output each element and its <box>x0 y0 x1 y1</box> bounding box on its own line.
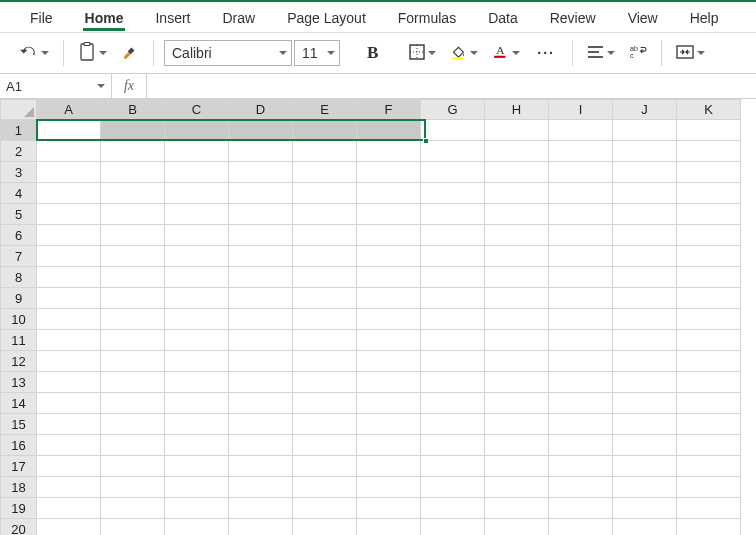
cell-F8[interactable] <box>357 267 421 288</box>
cell-F2[interactable] <box>357 141 421 162</box>
cell-J12[interactable] <box>613 351 677 372</box>
cell-J18[interactable] <box>613 477 677 498</box>
cell-K18[interactable] <box>677 477 741 498</box>
cell-G5[interactable] <box>421 204 485 225</box>
cell-B5[interactable] <box>101 204 165 225</box>
cell-I5[interactable] <box>549 204 613 225</box>
cell-E18[interactable] <box>293 477 357 498</box>
row-header-17[interactable]: 17 <box>1 456 37 477</box>
cell-H19[interactable] <box>485 498 549 519</box>
cell-B12[interactable] <box>101 351 165 372</box>
row-header-6[interactable]: 6 <box>1 225 37 246</box>
cell-F7[interactable] <box>357 246 421 267</box>
cell-F14[interactable] <box>357 393 421 414</box>
tab-data[interactable]: Data <box>472 4 534 30</box>
cell-C10[interactable] <box>165 309 229 330</box>
row-header-11[interactable]: 11 <box>1 330 37 351</box>
cell-F5[interactable] <box>357 204 421 225</box>
cell-E6[interactable] <box>293 225 357 246</box>
cell-B14[interactable] <box>101 393 165 414</box>
column-header-G[interactable]: G <box>421 100 485 120</box>
cell-I14[interactable] <box>549 393 613 414</box>
cell-G16[interactable] <box>421 435 485 456</box>
cell-J15[interactable] <box>613 414 677 435</box>
select-all-corner[interactable] <box>1 100 37 120</box>
name-box[interactable]: A1 <box>0 74 112 98</box>
cell-A18[interactable] <box>37 477 101 498</box>
cell-H3[interactable] <box>485 162 549 183</box>
column-header-B[interactable]: B <box>101 100 165 120</box>
cell-H15[interactable] <box>485 414 549 435</box>
alignment-button[interactable] <box>583 39 619 67</box>
row-header-7[interactable]: 7 <box>1 246 37 267</box>
cell-H16[interactable] <box>485 435 549 456</box>
cell-F1[interactable] <box>357 120 421 141</box>
row-header-13[interactable]: 13 <box>1 372 37 393</box>
row-header-3[interactable]: 3 <box>1 162 37 183</box>
cell-B10[interactable] <box>101 309 165 330</box>
cell-A6[interactable] <box>37 225 101 246</box>
cell-D10[interactable] <box>229 309 293 330</box>
cell-F19[interactable] <box>357 498 421 519</box>
cell-H2[interactable] <box>485 141 549 162</box>
cell-D7[interactable] <box>229 246 293 267</box>
cell-C4[interactable] <box>165 183 229 204</box>
cell-J11[interactable] <box>613 330 677 351</box>
cell-K2[interactable] <box>677 141 741 162</box>
cell-A15[interactable] <box>37 414 101 435</box>
cell-I4[interactable] <box>549 183 613 204</box>
cell-D9[interactable] <box>229 288 293 309</box>
cell-I20[interactable] <box>549 519 613 536</box>
cell-I6[interactable] <box>549 225 613 246</box>
cell-H12[interactable] <box>485 351 549 372</box>
cell-I17[interactable] <box>549 456 613 477</box>
cell-D18[interactable] <box>229 477 293 498</box>
cell-E14[interactable] <box>293 393 357 414</box>
cell-G3[interactable] <box>421 162 485 183</box>
cell-H5[interactable] <box>485 204 549 225</box>
cell-G8[interactable] <box>421 267 485 288</box>
cell-D14[interactable] <box>229 393 293 414</box>
cell-K19[interactable] <box>677 498 741 519</box>
cell-K12[interactable] <box>677 351 741 372</box>
cell-A4[interactable] <box>37 183 101 204</box>
cell-D11[interactable] <box>229 330 293 351</box>
cell-I3[interactable] <box>549 162 613 183</box>
cell-J16[interactable] <box>613 435 677 456</box>
cell-D3[interactable] <box>229 162 293 183</box>
cell-C12[interactable] <box>165 351 229 372</box>
borders-button[interactable] <box>405 39 440 67</box>
row-header-12[interactable]: 12 <box>1 351 37 372</box>
cell-D15[interactable] <box>229 414 293 435</box>
cell-B1[interactable] <box>101 120 165 141</box>
cell-F15[interactable] <box>357 414 421 435</box>
cell-F3[interactable] <box>357 162 421 183</box>
cell-E7[interactable] <box>293 246 357 267</box>
cell-H7[interactable] <box>485 246 549 267</box>
cell-C8[interactable] <box>165 267 229 288</box>
cell-K10[interactable] <box>677 309 741 330</box>
cell-J8[interactable] <box>613 267 677 288</box>
cell-I18[interactable] <box>549 477 613 498</box>
cell-B4[interactable] <box>101 183 165 204</box>
cell-J1[interactable] <box>613 120 677 141</box>
row-header-2[interactable]: 2 <box>1 141 37 162</box>
column-header-A[interactable]: A <box>37 100 101 120</box>
cell-H1[interactable] <box>485 120 549 141</box>
cell-K11[interactable] <box>677 330 741 351</box>
cell-H14[interactable] <box>485 393 549 414</box>
cell-J4[interactable] <box>613 183 677 204</box>
column-header-J[interactable]: J <box>613 100 677 120</box>
cell-A14[interactable] <box>37 393 101 414</box>
cell-B7[interactable] <box>101 246 165 267</box>
tab-review[interactable]: Review <box>534 4 612 30</box>
cell-J9[interactable] <box>613 288 677 309</box>
row-header-16[interactable]: 16 <box>1 435 37 456</box>
cell-K14[interactable] <box>677 393 741 414</box>
row-header-1[interactable]: 1 <box>1 120 37 141</box>
cell-D19[interactable] <box>229 498 293 519</box>
cell-G10[interactable] <box>421 309 485 330</box>
cell-G4[interactable] <box>421 183 485 204</box>
cell-H6[interactable] <box>485 225 549 246</box>
cell-H18[interactable] <box>485 477 549 498</box>
